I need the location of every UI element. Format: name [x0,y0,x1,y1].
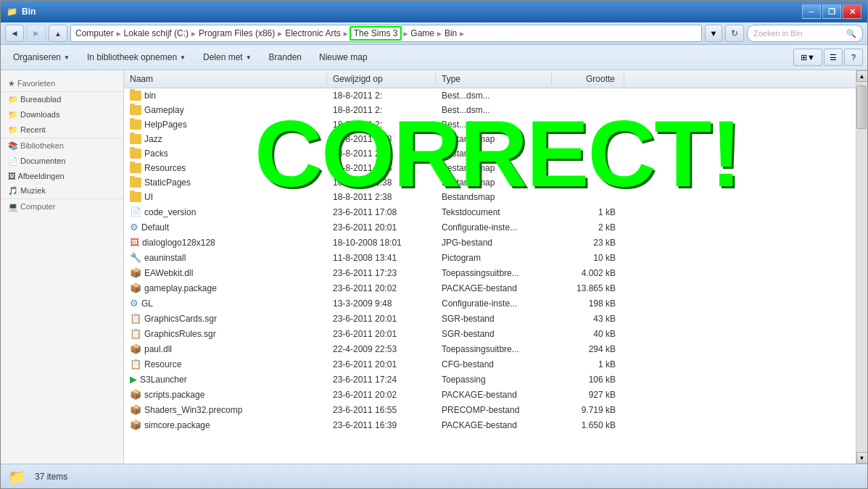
sidebar-downloads[interactable]: 📁 Downloads [1,107,123,122]
file-size [552,123,624,126]
address-go-button[interactable]: ▼ [705,25,722,42]
sidebar-music[interactable]: 🎵 Muziek [1,183,123,199]
sidebar-desktop[interactable]: 📁 Bureaublad [1,92,123,107]
table-row[interactable]: 🖼dialoglogo128x12818-10-2008 18:01JPG-be… [124,235,856,250]
breadcrumb-game[interactable]: Game [409,28,436,38]
scrollbar[interactable]: ▲ ▼ [856,70,867,464]
refresh-button[interactable]: ↻ [725,25,744,42]
title-bar: 📁 Bin ─ ❐ ✕ [1,1,867,22]
column-headers: Naam Gewijzigd op Type Grootte [124,70,856,88]
table-row[interactable]: 🔧eauninstall11-8-2008 13:41Pictogram10 k… [124,250,856,265]
search-box[interactable]: Zoeken in Bin 🔍 [747,25,863,42]
sidebar-favorites[interactable]: ★ Favorieten [1,76,123,92]
table-row[interactable]: StaticPages18-8-2011 2:38Bestandsmap [124,175,856,190]
file-type: Pictogram [436,251,552,264]
sidebar-recent[interactable]: 📁 Recent [1,122,123,138]
share-button[interactable]: Delen met ▼ [195,48,260,67]
scroll-thumb[interactable] [856,85,867,129]
file-date: 23-6-2011 17:23 [327,267,436,280]
up-button[interactable]: ▲ [49,25,67,42]
file-name: Default [141,222,169,233]
library-button[interactable]: In bibliotheek opnemen ▼ [79,48,194,67]
file-date: 13-3-2009 9:48 [327,297,436,310]
file-icon: ▶ [130,374,137,385]
table-row[interactable]: 📦Shaders_Win32.precomp23-6-2011 16:55PRE… [124,402,856,417]
scroll-up-button[interactable]: ▲ [856,70,868,82]
table-row[interactable]: ▶S3Launcher23-6-2011 17:24Toepassing106 … [124,372,856,387]
table-row[interactable]: 📦scripts.package23-6-2011 20:02PACKAGE-b… [124,387,856,402]
file-size [552,196,624,198]
status-count: 37 items [35,472,67,482]
file-size: 10 kB [552,251,624,264]
file-type: Bestandsmap [436,191,552,204]
back-button[interactable]: ◄ [5,25,24,42]
scroll-track[interactable] [856,82,868,452]
file-date: 18-8-2011 2: [327,89,436,102]
breadcrumb-progfiles[interactable]: Program Files (x86) [197,28,276,38]
restore-button[interactable]: ❐ [822,4,841,19]
table-row[interactable]: Gameplay18-8-2011 2:Best...dsm... [124,103,856,117]
table-row[interactable]: ⚙Default23-6-2011 20:01Configuratie-inst… [124,220,856,235]
help-button[interactable]: ? [844,49,863,66]
burn-label: Branden [269,52,302,62]
new-folder-button[interactable]: Nieuwe map [311,48,376,67]
sidebar-docs[interactable]: 📄 Documenten [1,154,123,169]
column-size[interactable]: Grootte [552,72,624,85]
table-row[interactable]: 📦gameplay.package23-6-2011 20:02PACKAGE-… [124,280,856,296]
breadcrumb-drive[interactable]: Lokale schijf (C:) [123,28,190,38]
file-date: 11-8-2008 13:41 [327,251,436,264]
breadcrumb-ea[interactable]: Electronic Arts [284,28,342,38]
scroll-down-button[interactable]: ▼ [856,452,868,464]
table-row[interactable]: Resources18-8-2011 2:38Bestandsmap [124,161,856,175]
table-row[interactable]: 📋GraphicsCards.sgr23-6-2011 20:01SGR-bes… [124,311,856,326]
new-folder-label: Nieuwe map [319,52,368,62]
file-type: PACKAGE-bestand [436,419,552,432]
table-row[interactable]: 📋GraphicsRules.sgr23-6-2011 20:01SGR-bes… [124,326,856,341]
file-size [552,94,624,97]
status-folder-icon: 📁 [8,468,26,485]
column-type[interactable]: Type [436,72,552,85]
minimize-button[interactable]: ─ [802,4,821,19]
table-row[interactable]: 📦simcore.package23-6-2011 16:39PACKAGE-b… [124,417,856,432]
forward-button[interactable]: ► [27,25,46,42]
breadcrumb-computer[interactable]: Computer [74,28,115,38]
view-options-button[interactable]: ⊞▼ [793,49,822,66]
column-modified[interactable]: Gewijzigd op [327,72,436,85]
burn-button[interactable]: Branden [261,48,310,67]
sidebar-pics[interactable]: 🖼 Afbeeldingen [1,169,123,183]
table-row[interactable]: ⚙GL13-3-2009 9:48Configuratie-inste...19… [124,296,856,311]
address-box[interactable]: Computer ► Lokale schijf (C:) ► Program … [70,25,702,42]
breadcrumb-bin[interactable]: Bin [443,28,458,38]
table-row[interactable]: 📦EAWebkit.dll23-6-2011 17:23Toepassingsu… [124,265,856,280]
breadcrumb-sims3[interactable]: The Sims 3 [350,26,402,41]
file-type: SGR-bestand [436,312,552,325]
sidebar-computer[interactable]: 💻 Computer [1,199,123,214]
search-icon: 🔍 [846,29,856,38]
file-name: GraphicsRules.sgr [144,329,216,339]
table-row[interactable]: 📋Resource23-6-2011 20:01CFG-bestand1 kB [124,356,856,372]
organize-button[interactable]: Organiseren ▼ [5,48,78,67]
column-name[interactable]: Naam [124,72,327,85]
table-row[interactable]: 📄code_version23-6-2011 17:08Tekstdocumen… [124,204,856,220]
file-size: 1 kB [552,358,624,371]
file-type: PRECOMP-bestand [436,404,552,417]
table-row[interactable]: Packs18-8-2011 2:38Bestandsmap [124,146,856,161]
file-icon: 📋 [130,328,141,339]
file-name: StaticPages [144,177,191,188]
file-name: Resources [144,163,186,173]
file-type: Best...dsm... [436,118,552,131]
close-button[interactable]: ✕ [843,4,861,19]
status-bar: 📁 37 items [1,464,867,488]
file-name: S3Launcher [140,375,187,385]
table-row[interactable]: Jazz18-8-2011 2:38Bestandsmap [124,132,856,146]
file-icon: 📄 [130,206,141,217]
file-icon [130,149,141,159]
sidebar-libraries[interactable]: 📚 Bibliotheken [1,138,123,154]
table-row[interactable]: HelpPages18-8-2011 2:Best...dsm... [124,117,856,132]
file-icon: 📦 [130,404,141,415]
table-row[interactable]: UI18-8-2011 2:38Bestandsmap [124,190,856,204]
table-row[interactable]: bin18-8-2011 2:Best...dsm... [124,88,856,103]
file-type: CFG-bestand [436,358,552,371]
preview-pane-button[interactable]: ☰ [824,49,843,66]
table-row[interactable]: 📦paul.dll22-4-2009 22:53Toepassingsuitbr… [124,341,856,356]
